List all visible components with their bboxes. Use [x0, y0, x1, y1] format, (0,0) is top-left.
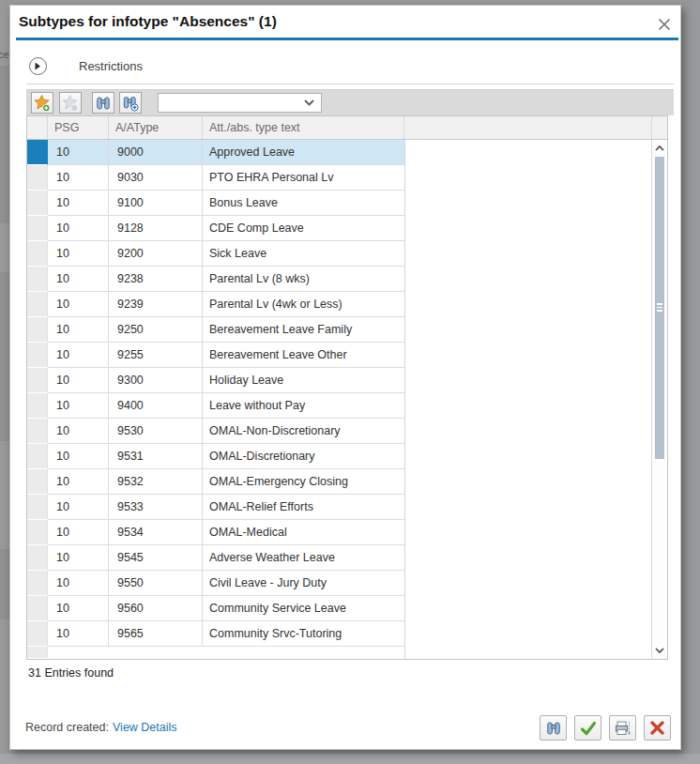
- scroll-down-icon[interactable]: [652, 643, 667, 658]
- cell-psg[interactable]: 10: [48, 368, 109, 393]
- cell-atype[interactable]: 9255: [109, 343, 203, 368]
- cell-type-text[interactable]: Bereavement Leave Other: [203, 343, 404, 368]
- header-atype[interactable]: A/AType: [109, 116, 203, 139]
- cell-type-text[interactable]: Civil Leave - Jury Duty: [203, 571, 404, 596]
- row-selection-cell[interactable]: [27, 520, 48, 545]
- expand-restrictions-button[interactable]: [29, 57, 47, 75]
- cell-type-text[interactable]: Community Service Leave: [203, 596, 404, 621]
- row-selection-cell[interactable]: [27, 165, 48, 191]
- add-to-personal-list-button[interactable]: [31, 92, 53, 114]
- cell-type-text[interactable]: Bereavement Leave Family: [203, 317, 404, 343]
- row-selection-cell[interactable]: [27, 545, 48, 571]
- close-icon[interactable]: [656, 16, 673, 33]
- cell-psg[interactable]: 10: [48, 596, 109, 621]
- cell-atype[interactable]: 9200: [109, 241, 203, 267]
- cell-type-text[interactable]: Parental Lv (8 wks): [203, 267, 404, 292]
- cell-psg[interactable]: 10: [48, 317, 109, 343]
- row-selection-cell[interactable]: [27, 241, 48, 267]
- cell-type-text[interactable]: Sick Leave: [203, 241, 404, 267]
- print-button[interactable]: [609, 715, 636, 741]
- cell-psg[interactable]: 10: [48, 495, 109, 520]
- cell-atype[interactable]: 9565: [109, 621, 203, 647]
- row-selection-cell[interactable]: [27, 140, 48, 165]
- cell-atype[interactable]: 9238: [109, 267, 203, 292]
- table-row[interactable]: 109534OMAL-Medical: [27, 520, 404, 545]
- table-row[interactable]: 109100Bonus Leave: [27, 191, 404, 216]
- vertical-scrollbar[interactable]: [651, 140, 667, 659]
- find-next-button[interactable]: [119, 92, 142, 114]
- cell-psg[interactable]: 10: [48, 545, 109, 571]
- cell-atype[interactable]: 9534: [109, 520, 203, 545]
- cell-type-text[interactable]: OMAL-Medical: [203, 520, 404, 545]
- table-row[interactable]: 109300Holiday Leave: [27, 368, 404, 393]
- cell-atype[interactable]: 9533: [109, 495, 203, 520]
- cell-type-text[interactable]: Community Srvc-Tutoring: [203, 621, 404, 647]
- table-row[interactable]: 109030PTO EHRA Personal Lv: [27, 165, 404, 191]
- cell-atype[interactable]: 9128: [109, 216, 203, 241]
- row-selection-cell[interactable]: [27, 393, 48, 419]
- table-row[interactable]: 109400Leave without Pay: [27, 393, 404, 419]
- cell-atype[interactable]: 9000: [109, 140, 203, 165]
- header-psg[interactable]: PSG: [48, 116, 109, 139]
- scrollbar-thumb[interactable]: [655, 157, 664, 459]
- table-row[interactable]: 109533OMAL-Relief Efforts: [27, 495, 404, 520]
- row-selection-cell[interactable]: [27, 571, 48, 596]
- table-row[interactable]: 109239Parental Lv (4wk or Less): [27, 292, 404, 317]
- row-selection-cell[interactable]: [27, 621, 48, 647]
- cell-psg[interactable]: 10: [48, 343, 109, 368]
- cell-psg[interactable]: 10: [48, 621, 109, 647]
- row-selection-cell[interactable]: [27, 444, 48, 469]
- cell-type-text[interactable]: Adverse Weather Leave: [203, 545, 404, 571]
- footer-find-button[interactable]: [540, 715, 567, 741]
- cell-type-text[interactable]: CDE Comp Leave: [203, 216, 404, 241]
- cell-type-text[interactable]: OMAL-Non-Discretionary: [203, 419, 404, 444]
- table-row[interactable]: 109530OMAL-Non-Discretionary: [27, 419, 404, 444]
- cell-atype[interactable]: 9300: [109, 368, 203, 393]
- row-selection-cell[interactable]: [27, 469, 48, 495]
- cell-atype[interactable]: 9532: [109, 469, 203, 495]
- table-row[interactable]: 109250Bereavement Leave Family: [27, 317, 404, 343]
- cell-psg[interactable]: 10: [48, 444, 109, 469]
- table-row[interactable]: 109000Approved Leave: [27, 140, 404, 165]
- row-selection-cell[interactable]: [27, 292, 48, 317]
- header-type-text[interactable]: Att./abs. type text: [203, 116, 404, 139]
- cell-psg[interactable]: 10: [48, 419, 109, 444]
- cell-psg[interactable]: 10: [48, 520, 109, 545]
- cell-atype[interactable]: 9560: [109, 596, 203, 621]
- table-row[interactable]: 109531OMAL-Discretionary: [27, 444, 404, 469]
- cell-type-text[interactable]: OMAL-Discretionary: [203, 444, 404, 469]
- table-row[interactable]: 109128CDE Comp Leave: [27, 216, 404, 241]
- row-selection-cell[interactable]: [27, 368, 48, 393]
- row-selection-cell[interactable]: [27, 596, 48, 621]
- cell-atype[interactable]: 9531: [109, 444, 203, 469]
- table-row[interactable]: 109550Civil Leave - Jury Duty: [27, 571, 404, 596]
- cell-type-text[interactable]: Approved Leave: [203, 140, 404, 165]
- accept-button[interactable]: [574, 715, 601, 741]
- row-selection-cell[interactable]: [27, 216, 48, 241]
- cell-atype[interactable]: 9550: [109, 571, 203, 596]
- cell-atype[interactable]: 9545: [109, 545, 203, 571]
- cell-atype[interactable]: 9100: [109, 191, 203, 216]
- table-row[interactable]: 109560Community Service Leave: [27, 596, 404, 621]
- cell-atype[interactable]: 9030: [109, 165, 203, 191]
- table-row[interactable]: 109200Sick Leave: [27, 241, 404, 267]
- filter-dropdown[interactable]: [158, 93, 322, 113]
- cell-psg[interactable]: 10: [48, 571, 109, 596]
- cell-psg[interactable]: 10: [48, 393, 109, 419]
- table-row[interactable]: 109532OMAL-Emergency Closing: [27, 469, 404, 495]
- row-selection-cell[interactable]: [27, 419, 48, 444]
- row-selection-cell[interactable]: [27, 191, 48, 216]
- cell-type-text[interactable]: Leave without Pay: [203, 393, 404, 419]
- cell-psg[interactable]: 10: [48, 216, 109, 241]
- view-details-link[interactable]: View Details: [113, 721, 177, 734]
- cancel-button[interactable]: [644, 715, 671, 741]
- cell-psg[interactable]: 10: [48, 165, 109, 191]
- cell-atype[interactable]: 9400: [109, 393, 203, 419]
- table-row[interactable]: 109238Parental Lv (8 wks): [27, 267, 404, 292]
- cell-type-text[interactable]: OMAL-Emergency Closing: [203, 469, 404, 495]
- cell-psg[interactable]: 10: [48, 267, 109, 292]
- cell-psg[interactable]: 10: [48, 469, 109, 495]
- find-button[interactable]: [92, 92, 114, 114]
- row-selection-cell[interactable]: [27, 495, 48, 520]
- cell-type-text[interactable]: Bonus Leave: [203, 191, 404, 216]
